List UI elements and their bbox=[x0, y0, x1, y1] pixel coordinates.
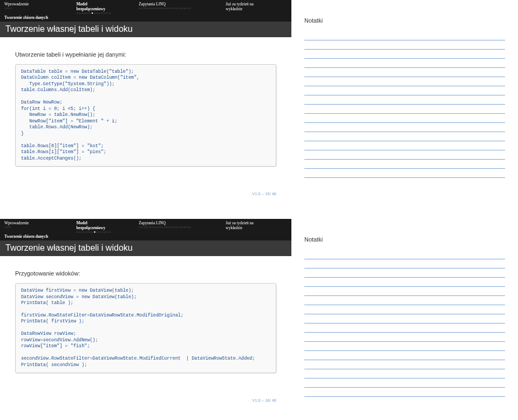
slide-title: Tworzenie własnej tabeli i widoku bbox=[0, 22, 291, 37]
note-line bbox=[304, 77, 505, 86]
nav-label: Zapytania LINQ bbox=[139, 221, 191, 225]
nav-bar: Wprowadzenie ○○○ Model bezpołączeniowy ○… bbox=[0, 219, 291, 234]
notes-title: Notatki bbox=[304, 236, 505, 243]
notes-column-2: Notatki bbox=[291, 219, 518, 409]
note-line bbox=[304, 150, 505, 160]
slide-gap bbox=[0, 203, 518, 219]
notes-title: Notatki bbox=[304, 17, 505, 24]
note-line bbox=[304, 360, 505, 369]
note-line bbox=[304, 351, 505, 360]
slide-footer: V1.0 – 15/ 48 bbox=[0, 170, 291, 203]
nav-item-linq[interactable]: Zapytania LINQ ○○○○○○○○○○○○○○○○○○○○○ bbox=[139, 221, 191, 233]
note-line bbox=[304, 268, 505, 278]
subsection-label: Tworzenie zbioru danych bbox=[0, 234, 291, 240]
note-line bbox=[304, 314, 505, 323]
note-line bbox=[304, 388, 505, 397]
note-line bbox=[304, 323, 505, 333]
progress-dots: ○○○ bbox=[4, 6, 29, 10]
footer-page: 15/ 48 bbox=[265, 191, 276, 196]
note-line bbox=[304, 287, 505, 296]
note-line bbox=[304, 40, 505, 50]
nav-label: Już za tydzień na wykładzie bbox=[226, 221, 270, 230]
nav-items: Wprowadzenie ○○○ Model bezpołączeniowy ○… bbox=[4, 221, 287, 233]
nav-item-model[interactable]: Model bezpołączeniowy ○○○○○○○●○○○○○○ bbox=[76, 221, 116, 233]
progress-dots: ○○○○○○○○○○○○○○○○○○○○○ bbox=[139, 225, 191, 229]
note-line bbox=[304, 132, 505, 141]
nav-label: Model bezpołączeniowy bbox=[76, 2, 116, 11]
progress-dots: ○○○ bbox=[4, 225, 29, 229]
nav-label: Wprowadzenie bbox=[4, 2, 29, 6]
content-prompt: Utworzenie tabeli i wypełnianie jej dany… bbox=[15, 51, 276, 58]
note-line bbox=[304, 59, 505, 68]
slide-content: Przygotowanie widoków: DataView firstVie… bbox=[0, 256, 291, 376]
progress-dots: ○○○○○○○●○○○○○○ bbox=[76, 230, 116, 233]
note-line bbox=[304, 369, 505, 378]
nav-label: Zapytania LINQ bbox=[139, 2, 191, 6]
note-line bbox=[304, 296, 505, 305]
nav-item-next[interactable]: Już za tydzień na wykładzie bbox=[226, 221, 270, 233]
nav-item-model[interactable]: Model bezpołączeniowy ○○○○○○●○○○○○○○ bbox=[76, 2, 116, 15]
footer-page: 16/ 48 bbox=[265, 398, 276, 403]
note-line bbox=[304, 378, 505, 388]
note-line bbox=[304, 50, 505, 59]
note-line bbox=[304, 305, 505, 314]
note-line bbox=[304, 114, 505, 123]
footer-version: V1.0 bbox=[252, 398, 260, 403]
slide-row-1: Wprowadzenie ○○○ Model bezpołączeniowy ○… bbox=[0, 0, 518, 203]
slide-content: Utworzenie tabeli i wypełnianie jej dany… bbox=[0, 37, 291, 170]
note-line bbox=[304, 95, 505, 105]
slide-row-2: Wprowadzenie ○○○ Model bezpołączeniowy ○… bbox=[0, 219, 518, 409]
footer-version: V1.0 bbox=[252, 191, 260, 196]
note-line bbox=[304, 333, 505, 342]
note-line bbox=[304, 68, 505, 77]
slide-footer: V1.0 – 16/ 48 bbox=[0, 376, 291, 409]
nav-items: Wprowadzenie ○○○ Model bezpołączeniowy ○… bbox=[4, 2, 287, 15]
progress-dots: ○○○○○○○○○○○○○○○○○○○○○ bbox=[139, 6, 191, 10]
note-line bbox=[304, 169, 505, 178]
nav-item-linq[interactable]: Zapytania LINQ ○○○○○○○○○○○○○○○○○○○○○ bbox=[139, 2, 191, 15]
code-block: DataTable table = new DataTable("table")… bbox=[15, 64, 276, 167]
note-line bbox=[304, 160, 505, 169]
subsection-label: Tworzenie zbioru danych bbox=[0, 15, 291, 22]
nav-item-intro[interactable]: Wprowadzenie ○○○ bbox=[4, 2, 29, 15]
nav-item-intro[interactable]: Wprowadzenie ○○○ bbox=[4, 221, 29, 233]
note-line bbox=[304, 105, 505, 114]
nav-bar: Wprowadzenie ○○○ Model bezpołączeniowy ○… bbox=[0, 0, 291, 15]
note-line bbox=[304, 123, 505, 132]
slide-2: Wprowadzenie ○○○ Model bezpołączeniowy ○… bbox=[0, 219, 291, 409]
nav-label: Model bezpołączeniowy bbox=[76, 221, 116, 230]
nav-label: Już za tydzień na wykładzie bbox=[226, 2, 270, 11]
note-line bbox=[304, 86, 505, 95]
slide-title: Tworzenie własnej tabeli i widoku bbox=[0, 240, 291, 256]
nav-item-next[interactable]: Już za tydzień na wykładzie bbox=[226, 2, 270, 15]
nav-label: Wprowadzenie bbox=[4, 221, 29, 225]
note-line bbox=[304, 259, 505, 268]
progress-dots: ○○○○○○●○○○○○○○ bbox=[76, 11, 116, 15]
note-line bbox=[304, 250, 505, 259]
note-line bbox=[304, 31, 505, 40]
note-line bbox=[304, 141, 505, 150]
notes-column-1: Notatki bbox=[291, 0, 518, 203]
code-block: DataView firstView = new DataView(table)… bbox=[15, 283, 276, 373]
note-line bbox=[304, 278, 505, 287]
slide-1: Wprowadzenie ○○○ Model bezpołączeniowy ○… bbox=[0, 0, 291, 203]
content-prompt: Przygotowanie widoków: bbox=[15, 270, 276, 277]
note-line bbox=[304, 342, 505, 351]
